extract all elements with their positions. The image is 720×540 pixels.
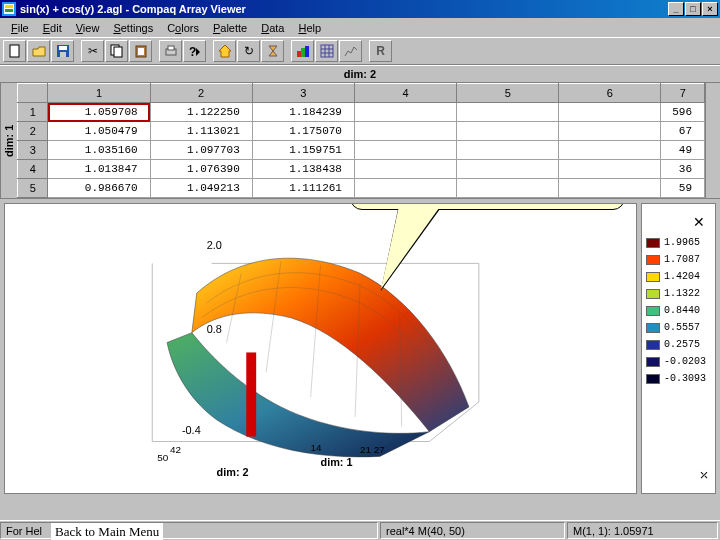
- maximize-button[interactable]: □: [685, 2, 701, 16]
- cell[interactable]: 1.097703: [150, 141, 252, 160]
- row-header[interactable]: 2: [18, 122, 48, 141]
- dim2-header: dim: 2: [0, 65, 720, 83]
- minimize-button[interactable]: _: [668, 2, 684, 16]
- cut-icon[interactable]: ✂: [81, 40, 104, 62]
- line-chart-icon[interactable]: [339, 40, 362, 62]
- table-row[interactable]: 4 1.013847 1.076390 1.138438 36: [18, 160, 705, 179]
- callout-text: Using the Array Viewer, you can easily r…: [350, 203, 625, 210]
- plot-canvas[interactable]: 2.0 0.8 0.2 -0.4 dim: 1 dim: 2 50 14 21 …: [4, 203, 637, 494]
- col-header[interactable]: 5: [457, 84, 559, 103]
- row-header[interactable]: 1: [18, 103, 48, 122]
- cell[interactable]: 1.050479: [48, 122, 150, 141]
- table-row[interactable]: 5 0.986670 1.049213 1.111261 59: [18, 179, 705, 198]
- col-header[interactable]: 3: [252, 84, 354, 103]
- row-header[interactable]: 4: [18, 160, 48, 179]
- svg-text:21   27: 21 27: [360, 444, 385, 455]
- titlebar: sin(x) + cos(y) 2.agl - Compaq Array Vie…: [0, 0, 720, 18]
- cell[interactable]: 0.986670: [48, 179, 150, 198]
- window-controls: _ □ ×: [668, 2, 718, 16]
- cell[interactable]: [559, 122, 661, 141]
- cell[interactable]: [457, 122, 559, 141]
- svg-rect-4: [10, 45, 19, 57]
- status-type-pane: real*4 M(40, 50): [380, 522, 565, 539]
- cell[interactable]: [457, 141, 559, 160]
- cell[interactable]: [354, 122, 456, 141]
- new-icon[interactable]: [3, 40, 26, 62]
- cell[interactable]: [559, 141, 661, 160]
- cell[interactable]: [354, 103, 456, 122]
- legend-swatch: [646, 357, 660, 367]
- cell[interactable]: 36: [661, 160, 705, 179]
- table-row[interactable]: 2 1.050479 1.113021 1.175070 67: [18, 122, 705, 141]
- menu-file[interactable]: File: [4, 20, 36, 36]
- cell[interactable]: 1.113021: [150, 122, 252, 141]
- vertical-scrollbar[interactable]: [705, 83, 720, 198]
- menu-data[interactable]: Data: [254, 20, 291, 36]
- cell[interactable]: 1.175070: [252, 122, 354, 141]
- menu-palette[interactable]: Palette: [206, 20, 254, 36]
- col-header[interactable]: 7: [661, 84, 705, 103]
- table-row[interactable]: 1 1.059708 1.122250 1.184239 596: [18, 103, 705, 122]
- data-grid[interactable]: 1 2 3 4 5 6 7 1 1.059708 1.122250 1.1842…: [17, 83, 705, 198]
- menu-edit[interactable]: Edit: [36, 20, 69, 36]
- cell[interactable]: [457, 103, 559, 122]
- cell[interactable]: 59: [661, 179, 705, 198]
- col-header[interactable]: 4: [354, 84, 456, 103]
- help-icon[interactable]: ?: [183, 40, 206, 62]
- cell[interactable]: 49: [661, 141, 705, 160]
- print-icon[interactable]: [159, 40, 182, 62]
- menu-view[interactable]: View: [69, 20, 107, 36]
- r-icon[interactable]: R: [369, 40, 392, 62]
- legend-entry: 0.2575: [642, 336, 715, 353]
- cell[interactable]: [354, 160, 456, 179]
- cell[interactable]: [457, 160, 559, 179]
- paste-icon[interactable]: [129, 40, 152, 62]
- cell[interactable]: 67: [661, 122, 705, 141]
- cell[interactable]: 1.111261: [252, 179, 354, 198]
- legend-entry: 1.9965: [642, 234, 715, 251]
- legend-entry: 0.8440: [642, 302, 715, 319]
- menu-settings[interactable]: Settings: [106, 20, 160, 36]
- cell[interactable]: 1.159751: [252, 141, 354, 160]
- svg-text:42: 42: [170, 444, 181, 455]
- cell[interactable]: 1.035160: [48, 141, 150, 160]
- cell[interactable]: 1.013847: [48, 160, 150, 179]
- chart3d-icon[interactable]: [291, 40, 314, 62]
- back-to-main-menu-link[interactable]: Back to Main Menu: [51, 523, 163, 540]
- hourglass-icon[interactable]: [261, 40, 284, 62]
- cell[interactable]: [559, 160, 661, 179]
- refresh-icon[interactable]: ↻: [237, 40, 260, 62]
- copy-icon[interactable]: [105, 40, 128, 62]
- cell-selected[interactable]: 1.059708: [48, 103, 150, 122]
- cell[interactable]: 1.049213: [150, 179, 252, 198]
- cell[interactable]: 596: [661, 103, 705, 122]
- cell[interactable]: 1.184239: [252, 103, 354, 122]
- cell[interactable]: [559, 179, 661, 198]
- close-button[interactable]: ×: [702, 2, 718, 16]
- col-header[interactable]: 6: [559, 84, 661, 103]
- cell[interactable]: [457, 179, 559, 198]
- legend-swatch: [646, 289, 660, 299]
- cell[interactable]: [354, 179, 456, 198]
- col-header[interactable]: 1: [48, 84, 150, 103]
- table-row[interactable]: 3 1.035160 1.097703 1.159751 49: [18, 141, 705, 160]
- save-icon[interactable]: [51, 40, 74, 62]
- row-header[interactable]: 5: [18, 179, 48, 198]
- legend-entry: 1.1322: [642, 285, 715, 302]
- crosshair-icon: ✕: [693, 214, 705, 230]
- menu-colors[interactable]: Colors: [160, 20, 206, 36]
- col-header[interactable]: 2: [150, 84, 252, 103]
- row-header[interactable]: 3: [18, 141, 48, 160]
- open-icon[interactable]: [27, 40, 50, 62]
- svg-rect-23: [246, 352, 256, 436]
- cell[interactable]: 1.138438: [252, 160, 354, 179]
- menu-help[interactable]: Help: [291, 20, 328, 36]
- cell[interactable]: [354, 141, 456, 160]
- legend-label: -0.3093: [664, 373, 706, 384]
- home-icon[interactable]: [213, 40, 236, 62]
- cell[interactable]: [559, 103, 661, 122]
- cell[interactable]: 1.076390: [150, 160, 252, 179]
- cell[interactable]: 1.122250: [150, 103, 252, 122]
- grid-icon[interactable]: [315, 40, 338, 62]
- legend-label: 1.9965: [664, 237, 700, 248]
